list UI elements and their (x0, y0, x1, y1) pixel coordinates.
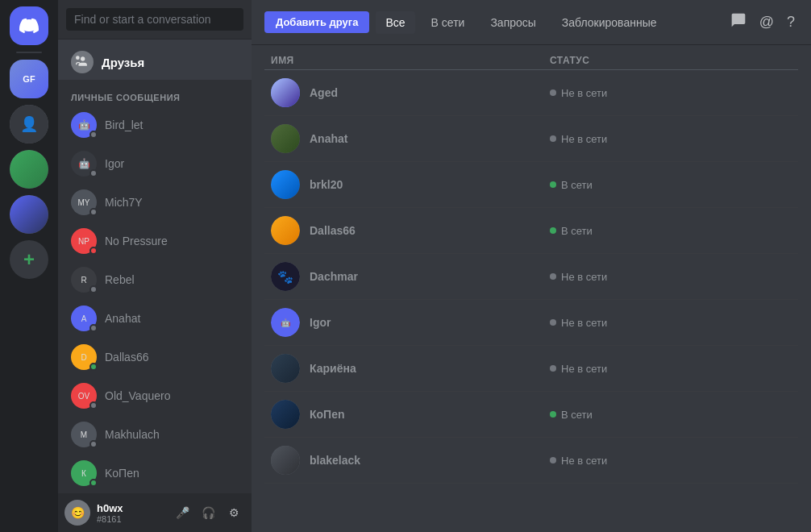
status-text: Не в сети (561, 271, 607, 283)
friend-row[interactable]: 🤖 Igor Не в сети (264, 300, 798, 346)
avatar (271, 354, 300, 383)
tab-blocked[interactable]: Заблокированные (552, 11, 667, 34)
current-user-avatar: 😊 (64, 500, 90, 526)
friend-name: brkl20 (310, 178, 550, 191)
deafen-button[interactable]: 🎧 (197, 501, 219, 524)
add-friend-button[interactable]: Добавить друга (264, 11, 369, 33)
friend-row[interactable]: blakelack Не в сети (264, 438, 798, 484)
friend-status: Не в сети (550, 87, 792, 99)
server-icon-1[interactable]: GF (10, 60, 48, 98)
home-button[interactable] (10, 6, 48, 45)
friend-status: В сети (550, 179, 792, 191)
col-name-header: ИМЯ (271, 55, 550, 66)
friend-name: Dachmar (310, 270, 550, 283)
avatar (271, 216, 300, 245)
friend-status: В сети (550, 409, 792, 421)
server-bar: GF 👤 + (0, 0, 58, 532)
status-indicator (550, 365, 556, 372)
friend-name: Aged (310, 86, 550, 99)
friend-status: В сети (550, 225, 792, 237)
dm-item[interactable]: NP No Pressure (64, 222, 245, 260)
dm-section-label: ЛИЧНЫЕ СООБЩЕНИЯ (58, 80, 252, 106)
friends-label: Друзья (102, 56, 144, 69)
username: h0wx (97, 502, 164, 514)
dm-item[interactable]: M Makhulach (64, 415, 245, 454)
friend-row[interactable]: 🐾 Dachmar Не в сети (264, 254, 798, 300)
dm-username: Old_Vaquero (105, 389, 170, 402)
dm-item[interactable]: 🤖 Igor (64, 144, 245, 183)
status-indicator (550, 89, 556, 96)
avatar: OV (71, 383, 97, 409)
col-status-header: СТАТУС (550, 55, 792, 66)
tab-online[interactable]: В сети (422, 11, 475, 34)
friend-row[interactable]: Кариёна Не в сети (264, 346, 798, 392)
friend-row[interactable]: КоПen В сети (264, 392, 798, 438)
avatar: К (71, 460, 97, 486)
message-icon-button[interactable] (727, 9, 750, 35)
status-text: В сети (561, 225, 593, 237)
mute-button[interactable]: 🎤 (171, 501, 193, 524)
status-text: В сети (561, 179, 593, 191)
dm-username: Bird_let (105, 118, 143, 131)
avatar (271, 446, 300, 475)
dm-item[interactable]: A Anahat (64, 299, 245, 338)
status-indicator (550, 273, 556, 280)
avatar: 🤖 (71, 112, 97, 138)
status-indicator (550, 319, 556, 326)
dm-item[interactable]: MY Mich7Y (64, 183, 245, 222)
status-indicator (550, 227, 556, 234)
add-server-button[interactable]: + (10, 240, 48, 279)
user-controls: 🎤 🎧 ⚙ (171, 501, 245, 524)
avatar: R (71, 267, 97, 293)
status-text: Не в сети (561, 317, 607, 329)
dm-username: Igor (105, 157, 124, 170)
server-icon-2[interactable]: 👤 (10, 105, 48, 143)
friend-name: Кариёна (310, 362, 550, 375)
friend-row[interactable]: brkl20 В сети (264, 162, 798, 208)
avatar (271, 170, 300, 199)
avatar: D (71, 344, 97, 370)
dm-item[interactable]: К KоПen (64, 454, 245, 493)
dm-item[interactable]: R Rebel (64, 260, 245, 299)
dm-username: Makhulach (105, 428, 160, 441)
dm-item[interactable]: D Dallas66 (64, 338, 245, 376)
friend-row[interactable]: Dallas66 В сети (264, 208, 798, 254)
avatar: A (71, 305, 97, 331)
friend-name: Anahat (310, 132, 550, 145)
main-content: Добавить друга Все В сети Запросы Заблок… (252, 0, 811, 532)
settings-button[interactable]: ⚙ (223, 501, 245, 524)
main-header: Добавить друга Все В сети Запросы Заблок… (252, 0, 811, 45)
status-text: Не в сети (561, 455, 607, 467)
server-icon-4[interactable] (10, 195, 48, 234)
dm-username: KоПen (105, 467, 139, 480)
tab-all[interactable]: Все (376, 11, 414, 34)
search-container (58, 0, 252, 39)
help-icon-button[interactable]: ? (784, 10, 798, 34)
dm-username: No Pressure (105, 235, 168, 247)
server-divider (16, 52, 42, 53)
user-bar: 😊 h0wx #8161 🎤 🎧 ⚙ (58, 493, 252, 532)
friend-row[interactable]: Anahat Не в сети (264, 116, 798, 162)
status-indicator (550, 457, 556, 463)
friends-table-header: ИМЯ СТАТУС (264, 45, 798, 70)
friend-row[interactable]: Aged Не в сети (264, 70, 798, 116)
friend-status: Не в сети (550, 455, 792, 467)
status-text: В сети (561, 409, 593, 421)
mention-icon-button[interactable]: @ (756, 10, 777, 34)
friends-list-container: ИМЯ СТАТУС Aged Не в сети Anahat Не в се… (252, 45, 811, 532)
status-text: Не в сети (561, 87, 607, 99)
avatar: 🤖 (271, 308, 300, 337)
avatar: NP (71, 228, 97, 254)
dm-username: Mich7Y (105, 196, 143, 209)
dm-item[interactable]: OV Old_Vaquero (64, 376, 245, 415)
avatar (271, 124, 300, 153)
status-indicator (550, 135, 556, 142)
friends-nav-item[interactable]: Друзья (58, 39, 252, 80)
user-info: h0wx #8161 (97, 502, 164, 524)
friend-status: Не в сети (550, 133, 792, 145)
dm-item[interactable]: 🤖 Bird_let (64, 106, 245, 144)
search-input[interactable] (66, 8, 243, 31)
friend-status: Не в сети (550, 271, 792, 283)
tab-requests[interactable]: Запросы (480, 11, 545, 34)
server-icon-3[interactable] (10, 150, 48, 189)
